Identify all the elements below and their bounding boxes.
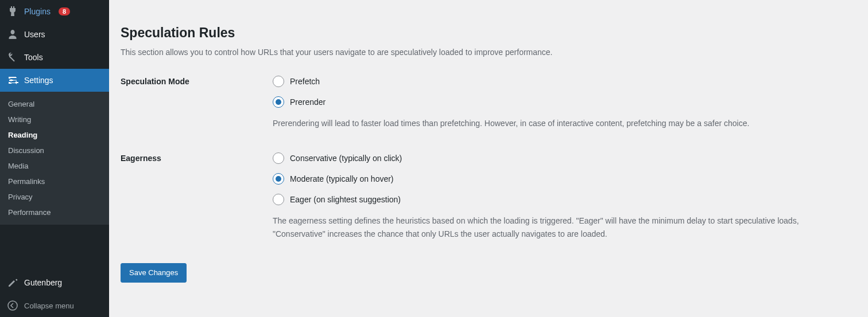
save-button[interactable]: Save Changes: [121, 263, 187, 283]
eagerness-conservative-radio[interactable]: [273, 152, 284, 164]
mode-prefetch-label[interactable]: Prefetch: [290, 77, 320, 86]
sidebar-item-label: Tools: [24, 53, 43, 62]
eagerness-eager-label[interactable]: Eager (on slightest suggestion): [290, 195, 401, 204]
page-description: This section allows you to control how U…: [121, 46, 857, 58]
submenu-item-writing[interactable]: Writing: [0, 112, 109, 127]
mode-prerender-label[interactable]: Prerender: [290, 97, 326, 107]
update-badge: 8: [59, 7, 70, 15]
sidebar-item-label: Gutenberg: [24, 278, 62, 287]
svg-rect-5: [11, 83, 17, 83]
svg-rect-1: [10, 80, 12, 81]
sidebar-item-label: Settings: [24, 76, 53, 85]
submenu-item-discussion[interactable]: Discussion: [0, 143, 109, 158]
sidebar-item-label: Plugins: [24, 7, 51, 16]
admin-sidebar: Plugins 8 Users Tools Settings General W…: [0, 0, 109, 317]
svg-rect-0: [9, 77, 10, 79]
submenu-item-performance[interactable]: Performance: [0, 205, 109, 220]
speculation-mode-label: Speculation Mode: [121, 76, 273, 130]
eagerness-moderate-radio[interactable]: [273, 173, 284, 185]
sidebar-item-users[interactable]: Users: [0, 23, 109, 46]
tools-icon: [7, 52, 18, 63]
svg-rect-4: [13, 80, 17, 81]
mode-prerender-radio[interactable]: [273, 96, 284, 108]
sidebar-item-settings[interactable]: Settings: [0, 69, 109, 92]
gutenberg-icon: [7, 277, 18, 288]
mode-help-text: Prerendering will lead to faster load ti…: [273, 117, 824, 130]
collapse-icon: [7, 300, 18, 311]
submenu-item-reading[interactable]: Reading: [0, 127, 109, 143]
speculation-mode-row: Speculation Mode Prefetch Prerender Prer…: [121, 76, 857, 130]
svg-rect-3: [11, 77, 17, 78]
eagerness-row: Eagerness Conservative (typically on cli…: [121, 152, 857, 240]
eagerness-moderate-label[interactable]: Moderate (typically on hover): [290, 174, 394, 183]
collapse-menu-button[interactable]: Collapse menu: [0, 294, 109, 317]
eagerness-conservative-label[interactable]: Conservative (typically on click): [290, 154, 402, 163]
submenu-item-media[interactable]: Media: [0, 158, 109, 174]
page-title: Speculation Rules: [121, 25, 857, 41]
settings-icon: [7, 75, 18, 86]
sidebar-item-label: Users: [24, 30, 45, 39]
eagerness-eager-radio[interactable]: [273, 194, 284, 205]
submenu-item-general[interactable]: General: [0, 96, 109, 112]
sidebar-item-plugins[interactable]: Plugins 8: [0, 0, 109, 23]
svg-rect-2: [9, 82, 10, 84]
users-icon: [7, 29, 18, 40]
main-content: Speculation Rules This section allows yo…: [109, 0, 868, 317]
submenu-item-privacy[interactable]: Privacy: [0, 189, 109, 205]
submenu-item-permalinks[interactable]: Permalinks: [0, 174, 109, 189]
settings-submenu: General Writing Reading Discussion Media…: [0, 92, 109, 225]
collapse-label: Collapse menu: [24, 302, 74, 310]
eagerness-help-text: The eagerness setting defines the heuris…: [273, 214, 824, 240]
plugins-icon: [7, 6, 18, 17]
sidebar-item-gutenberg[interactable]: Gutenberg: [0, 271, 109, 294]
eagerness-label: Eagerness: [121, 152, 273, 240]
mode-prefetch-radio[interactable]: [273, 76, 284, 87]
sidebar-item-tools[interactable]: Tools: [0, 46, 109, 69]
svg-point-6: [8, 301, 17, 310]
